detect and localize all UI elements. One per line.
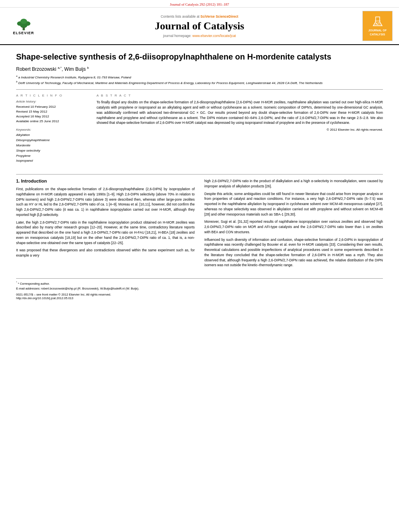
body-para-1: First, publications on the shape-selecti… bbox=[16, 187, 195, 218]
abstract-text: To finally dispel any doubts on the shap… bbox=[97, 100, 383, 125]
svg-point-7 bbox=[376, 23, 377, 25]
journal-title: Journal of Catalysis bbox=[43, 20, 356, 32]
sciverse-line: Contents lists available at SciVerse Sci… bbox=[43, 14, 356, 18]
divider-top bbox=[16, 89, 383, 90]
footer-issn: 0021-9517/$ – see front matter © 2012 El… bbox=[16, 293, 383, 300]
divider-body bbox=[16, 174, 383, 175]
available-date: Available online 25 June 2012 bbox=[16, 119, 88, 124]
homepage-link[interactable]: www.elsevier.com/locate/jcat bbox=[192, 34, 236, 38]
article-info-column: A R T I C L E I N F O Article history: R… bbox=[16, 94, 88, 168]
authors-line: Robert Brzozowski a,*, Wim Buijs b bbox=[16, 66, 383, 72]
body-para-5: Despite this article, some ambiguities c… bbox=[204, 191, 383, 217]
svg-point-4 bbox=[20, 19, 27, 24]
article-info-header: A R T I C L E I N F O bbox=[16, 94, 88, 97]
homepage-line: journal homepage: www.elsevier.com/locat… bbox=[43, 34, 356, 38]
svg-point-8 bbox=[378, 23, 379, 23]
keywords-block: Keywords: Alkylation Diisopropylnaphthal… bbox=[16, 128, 88, 164]
body-para-3: It was proposed that these divergences a… bbox=[16, 248, 195, 258]
body-para-4: high 2,6-DIPN/2,7-DIPN ratio in the prod… bbox=[204, 179, 383, 189]
body-columns: 1. Introduction First, publications on t… bbox=[16, 179, 383, 270]
history-label: Article history: bbox=[16, 100, 88, 103]
elsevier-text: ELSEVIER bbox=[13, 31, 34, 35]
journal-header-center: Contents lists available at SciVerse Sci… bbox=[43, 14, 356, 38]
body-para-6: Moreover, Sugi et al. [31,32] reported r… bbox=[204, 219, 383, 234]
article-title: Shape-selective synthesis of 2,6-diisopr… bbox=[16, 51, 383, 62]
body-para-7: Influenced by such diversity of informat… bbox=[204, 237, 383, 268]
accepted-date: Accepted 16 May 2012 bbox=[16, 114, 88, 119]
abstract-column: A B S T R A C T To finally dispel any do… bbox=[97, 94, 383, 168]
journal-logo-area: JOURNAL OFCATALYSIS bbox=[356, 11, 393, 41]
article-meta: A R T I C L E I N F O Article history: R… bbox=[16, 94, 383, 168]
top-bar: Journal of Catalysis 292 (2012) 181–187 bbox=[0, 0, 399, 8]
catalysis-logo-icon bbox=[372, 16, 384, 28]
footer: * * Corresponding author. E-mail address… bbox=[16, 278, 383, 300]
main-content: Shape-selective synthesis of 2,6-diisopr… bbox=[0, 45, 399, 306]
svg-point-5 bbox=[23, 27, 24, 29]
body-right-column: high 2,6-DIPN/2,7-DIPN ratio in the prod… bbox=[204, 179, 383, 270]
elsevier-logo-area: ELSEVIER bbox=[6, 15, 43, 37]
email-note: E-mail addresses: robert.brzozowski@ichp… bbox=[16, 287, 383, 290]
received-date: Received 10 February 2012 bbox=[16, 105, 88, 109]
body-para-2: Later, the high 2,6-DIPN/2,7-DIPN ratio … bbox=[16, 220, 195, 246]
body-left-column: 1. Introduction First, publications on t… bbox=[16, 179, 195, 270]
elsevier-logo: ELSEVIER bbox=[6, 15, 41, 37]
sciverse-link[interactable]: SciVerse ScienceDirect bbox=[200, 14, 238, 18]
abstract-header: A B S T R A C T bbox=[97, 94, 383, 97]
keywords-list: Alkylation Diisopropylnaphthalene Morden… bbox=[16, 133, 88, 164]
corresponding-note: * * Corresponding author. bbox=[16, 281, 383, 286]
elsevier-tree-icon bbox=[14, 17, 34, 31]
journal-ref: Journal of Catalysis 292 (2012) 181–187 bbox=[170, 2, 229, 6]
journal-header: ELSEVIER Contents lists available at Sci… bbox=[0, 8, 399, 45]
keywords-label: Keywords: bbox=[16, 128, 88, 131]
revised-date: Revised 15 May 2012 bbox=[16, 109, 88, 114]
affiliation-b: b Delft University of Technology, Facult… bbox=[16, 80, 383, 86]
journal-logo-box: JOURNAL OFCATALYSIS bbox=[362, 11, 393, 41]
affiliations: a a Industrial Chemistry Research Instit… bbox=[16, 74, 383, 85]
section1-title: 1. Introduction bbox=[16, 179, 195, 183]
affiliation-a: a a Industrial Chemistry Research Instit… bbox=[16, 74, 383, 80]
logo-text: JOURNAL OFCATALYSIS bbox=[368, 29, 387, 36]
svg-point-9 bbox=[377, 24, 378, 25]
abstract-copyright: © 2012 Elsevier Inc. All rights reserved… bbox=[97, 128, 383, 131]
article-history: Article history: Received 10 February 20… bbox=[16, 100, 88, 124]
